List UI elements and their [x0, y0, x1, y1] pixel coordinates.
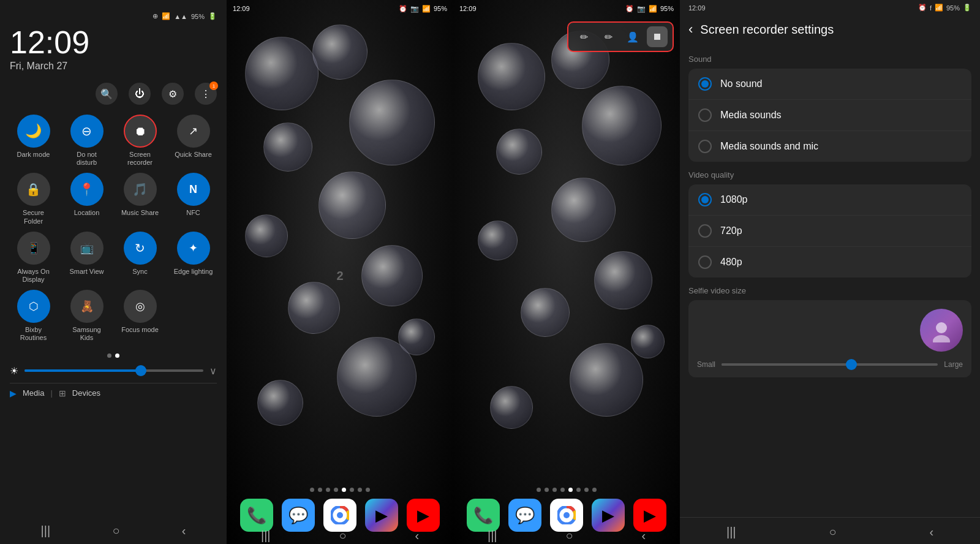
- sound-section-label: Sound: [688, 55, 971, 64]
- qs-edge-lighting[interactable]: ✦ Edge lighting: [170, 232, 217, 284]
- home-button[interactable]: ○: [112, 524, 119, 538]
- signal-icon: ▲▲: [174, 13, 187, 20]
- video-quality-section-label: Video quality: [688, 170, 971, 179]
- p3-home[interactable]: ○: [565, 529, 573, 543]
- p2-back[interactable]: ‹: [415, 529, 419, 543]
- video-option-720p[interactable]: 720p: [688, 216, 971, 247]
- dot-6: [350, 488, 354, 492]
- 480p-label: 480p: [720, 257, 742, 268]
- qs-music-share[interactable]: 🎵 Music Share: [116, 173, 164, 225]
- p3-wifi-icon: 📶: [649, 5, 657, 13]
- battery-icon: 🔋: [208, 12, 217, 20]
- quick-share-icon: ↗: [177, 115, 210, 148]
- radio-media-sounds: [698, 108, 712, 122]
- page-dots-3: [537, 488, 597, 492]
- nav-bar-4: ||| ○ ‹: [680, 517, 980, 544]
- svg-point-7: [564, 512, 570, 518]
- 720p-label: 720p: [720, 225, 742, 236]
- p4-battery: 95%: [946, 4, 960, 12]
- video-option-1080p[interactable]: 1080p: [688, 184, 971, 216]
- back-button[interactable]: ‹: [182, 524, 186, 538]
- media-sounds-label: Media sounds: [720, 110, 782, 121]
- nav-bar-3: ||| ○ ‹: [453, 527, 680, 544]
- brightness-slider[interactable]: [24, 369, 203, 372]
- status-bar-3: 12:09 ⏰ 📷 📶 95%: [453, 0, 680, 17]
- focus-mode-icon: ◎: [124, 290, 157, 323]
- p3-recents[interactable]: |||: [488, 529, 497, 543]
- qs-location[interactable]: 📍 Location: [63, 173, 110, 225]
- radio-720p: [698, 224, 712, 238]
- p2-recents[interactable]: |||: [261, 529, 271, 543]
- media-label[interactable]: Media: [23, 388, 44, 398]
- qs-samsung-kids[interactable]: 🧸 SamsungKids: [63, 290, 110, 342]
- p3-dot-3: [552, 488, 557, 492]
- qs-secure-folder[interactable]: 🔒 SecureFolder: [10, 173, 57, 225]
- draw-button[interactable]: ✏: [573, 26, 594, 47]
- p2-battery: 95%: [434, 5, 447, 12]
- brightness-expand[interactable]: ∨: [209, 365, 217, 377]
- bluetooth-icon: ⊕: [153, 12, 158, 20]
- p3-alarm-icon: ⏰: [625, 5, 634, 13]
- panel-quick-settings: ⊕ 📶 ▲▲ 95% 🔋 12:09 Fri, March 27 🔍 ⏻ ⚙ ⋮…: [0, 0, 227, 544]
- p4-back[interactable]: ‹: [929, 525, 933, 539]
- qs-focus-mode[interactable]: ◎ Focus mode: [116, 290, 164, 342]
- qs-always-on[interactable]: 📱 Always OnDisplay: [10, 232, 57, 284]
- settings-button[interactable]: ⚙: [162, 83, 184, 105]
- media-play-icon: ▶: [10, 388, 17, 398]
- radio-1080p: [698, 193, 712, 206]
- video-option-480p[interactable]: 480p: [688, 247, 971, 278]
- search-button[interactable]: 🔍: [96, 83, 118, 105]
- nav-bar-2: ||| ○ ‹: [227, 527, 453, 544]
- qs-screen-recorder[interactable]: ⏺ Screenrecorder: [116, 115, 164, 167]
- settings-content: Sound No sound Media sounds Media sounds…: [680, 46, 980, 517]
- svg-point-8: [936, 322, 947, 333]
- sound-option-no-sound[interactable]: No sound: [688, 69, 971, 100]
- sound-option-media-mic[interactable]: Media sounds and mic: [688, 131, 971, 162]
- no-sound-label: No sound: [720, 78, 763, 89]
- page-dot-1: [107, 353, 111, 358]
- back-button-settings[interactable]: ‹: [688, 21, 693, 37]
- sound-option-media[interactable]: Media sounds: [688, 100, 971, 131]
- pencil-button[interactable]: ✏: [598, 26, 619, 47]
- selfie-button[interactable]: 👤: [622, 26, 643, 47]
- p3-screenshot-icon: 📷: [637, 5, 646, 13]
- p3-dot-8: [592, 488, 597, 492]
- qs-dark-mode[interactable]: 🌙 Dark mode: [10, 115, 57, 167]
- stop-button[interactable]: ⏹: [647, 26, 668, 47]
- selfie-size-slider[interactable]: [722, 363, 938, 366]
- p4-home[interactable]: ○: [829, 525, 836, 539]
- p3-dot-6: [576, 488, 581, 492]
- p2-alarm-icon: ⏰: [399, 5, 407, 13]
- radio-480p: [698, 255, 712, 269]
- qs-nfc[interactable]: N NFC: [170, 173, 217, 225]
- p4-recents[interactable]: |||: [726, 525, 736, 539]
- music-share-icon: 🎵: [124, 173, 157, 206]
- dnd-label: Do notdisturb: [77, 151, 97, 167]
- status-bar-1: ⊕ 📶 ▲▲ 95% 🔋: [10, 12, 217, 20]
- p3-back[interactable]: ‹: [641, 529, 646, 543]
- svg-point-9: [933, 335, 950, 342]
- devices-label[interactable]: Devices: [72, 388, 100, 398]
- always-on-icon: 📱: [17, 232, 50, 265]
- 1080p-label: 1080p: [720, 194, 748, 205]
- p2-home[interactable]: ○: [339, 529, 346, 543]
- brightness-icon: ☀: [10, 365, 18, 377]
- samsung-kids-icon: 🧸: [70, 290, 104, 323]
- more-button[interactable]: ⋮ 1: [195, 83, 217, 105]
- power-button[interactable]: ⏻: [129, 83, 151, 105]
- dnd-icon: ⊖: [70, 115, 104, 148]
- qs-smart-view[interactable]: 📺 Smart View: [63, 232, 110, 284]
- quick-action-icons: 🔍 ⏻ ⚙ ⋮ 1: [10, 83, 217, 105]
- page-dot-2: [115, 353, 119, 358]
- status-bar-4: 12:09 ⏰ f 📶 95% 🔋: [680, 0, 980, 15]
- media-sounds-mic-label: Media sounds and mic: [720, 141, 818, 152]
- nfc-label: NFC: [186, 209, 200, 217]
- recents-button[interactable]: |||: [41, 524, 51, 538]
- qs-bixby[interactable]: ⬡ BixbyRoutines: [10, 290, 57, 342]
- nav-bar-1: ||| ○ ‹: [10, 514, 217, 544]
- location-icon: 📍: [70, 173, 104, 206]
- qs-quick-share[interactable]: ↗ Quick Share: [170, 115, 217, 167]
- dot-8: [366, 488, 370, 492]
- qs-do-not-disturb[interactable]: ⊖ Do notdisturb: [63, 115, 110, 167]
- qs-sync[interactable]: ↻ Sync: [116, 232, 164, 284]
